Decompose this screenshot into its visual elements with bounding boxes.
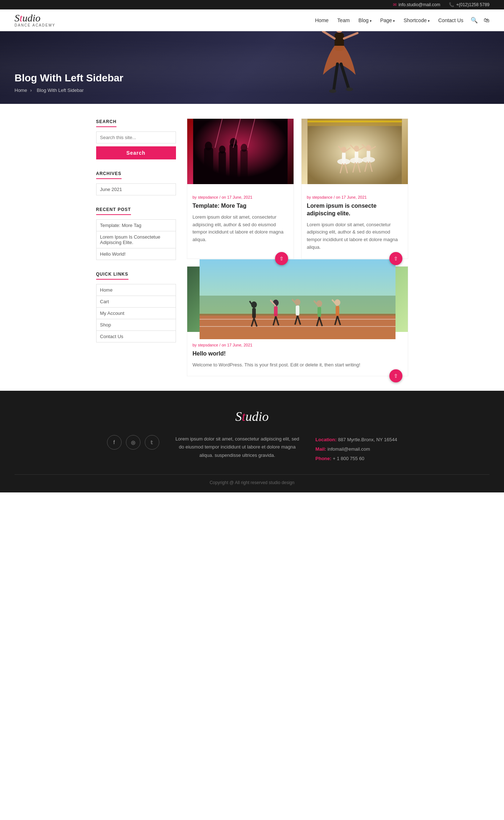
posts-area: ⇧ by stepsdance / on 17 June, 2021 Templ… (187, 118, 408, 376)
post-date-sep-3: / on (220, 343, 227, 347)
nav-icons: 🔍 🛍 (471, 17, 489, 24)
post-author-label-1: by (193, 195, 198, 199)
svg-line-4 (334, 64, 337, 89)
logo-text: Studio (15, 13, 41, 23)
nav-team[interactable]: Team (337, 17, 350, 23)
footer-mail: Mail: infomail@email.com (315, 444, 397, 454)
quicklinks-heading: QUICK LINKS (96, 272, 128, 280)
svg-point-27 (337, 159, 350, 165)
post-title-3[interactable]: Hello world! (193, 350, 402, 358)
post-author-label-3: by (193, 343, 198, 347)
mail-icon: ✉ (393, 2, 397, 7)
footer-logo-text: Studio (235, 409, 269, 424)
svg-point-11 (205, 142, 212, 150)
hero-section: Blog With Left Sidebar Home › Blog With … (0, 31, 504, 104)
recent-post-3[interactable]: Hello World! (96, 248, 176, 260)
post-author-1[interactable]: stepsdance (198, 195, 218, 199)
svg-rect-67 (317, 307, 321, 317)
location-value: 887 Myrtle.Bronx, NY 16544 (338, 437, 397, 442)
twitter-icon[interactable]: 𝕥 (145, 435, 159, 450)
svg-rect-62 (296, 305, 299, 316)
svg-point-7 (346, 88, 353, 91)
post-card-2: ⇧ by stepsdance / on 17 June, 2021 Lorem… (301, 118, 408, 259)
nav-links: Home Team Blog Page Shortcode Contact Us (315, 17, 463, 23)
nav-page[interactable]: Page (380, 17, 395, 23)
post-body-2: by stepsdance / on 17 June, 2021 Lorem i… (302, 184, 408, 259)
location-label: Location: (315, 437, 337, 442)
svg-line-2 (323, 31, 335, 38)
dancer-svg (316, 31, 363, 104)
footer-location: Location: 887 Myrtle.Bronx, NY 16544 (315, 435, 397, 444)
svg-point-0 (335, 31, 344, 33)
search-nav-icon[interactable]: 🔍 (471, 17, 478, 24)
post-body-1: by stepsdance / on 17 June, 2021 Templat… (187, 184, 294, 251)
quicklink-contact[interactable]: Contact Us (96, 331, 176, 342)
svg-rect-16 (240, 150, 247, 184)
cart-icon[interactable]: 🛍 (484, 17, 489, 24)
svg-point-17 (241, 144, 247, 152)
main-content: SEARCH Search ARCHIVES June 2021 RECENT … (89, 118, 415, 376)
recent-post-1[interactable]: Template: More Tag (96, 219, 176, 231)
post-author-3[interactable]: stepsdance (198, 343, 218, 347)
sidebar-quicklinks-section: QUICK LINKS Home Cart My Account Shop Co… (96, 271, 176, 342)
search-input[interactable] (96, 131, 176, 143)
facebook-icon[interactable]: f (107, 435, 122, 450)
post-meta-1: by stepsdance / on 17 June, 2021 (193, 195, 288, 199)
share-button-2[interactable]: ⇧ (389, 252, 402, 265)
phone-icon: 📞 (449, 2, 454, 7)
footer: Studio f ◎ 𝕥 Lorem ipsum dolor sit amet,… (0, 391, 504, 492)
svg-rect-57 (274, 306, 278, 316)
post-title-1[interactable]: Template: More Tag (193, 202, 288, 210)
hero-content: Blog With Left Sidebar Home › Blog With … (0, 50, 138, 104)
search-button[interactable]: Search (96, 146, 176, 159)
svg-point-6 (329, 89, 336, 93)
post-date-2: 17 June, 2021 (341, 195, 367, 199)
breadcrumb-home[interactable]: Home (15, 88, 27, 93)
post-date-sep-2: / on (334, 195, 341, 199)
recent-posts-list: Template: More Tag Lorem Ipsum Is Consec… (96, 219, 176, 260)
nav-shortcode[interactable]: Shortcode (403, 17, 430, 23)
phone-value: + 1 800 755 60 (333, 456, 364, 461)
navbar: Studio Dance Academy Home Team Blog Page… (0, 9, 504, 31)
svg-point-34 (350, 158, 363, 163)
svg-point-13 (219, 146, 225, 154)
phone-text: +(012)1258 5789 (456, 2, 489, 7)
phone-label: Phone: (315, 456, 331, 461)
nav-contact[interactable]: Contact Us (438, 17, 463, 23)
post-image-3 (187, 267, 408, 332)
nav-home[interactable]: Home (315, 17, 328, 23)
post-date-sep-1: / on (220, 195, 227, 199)
footer-bottom: Copyright @ All right reserved studio de… (15, 474, 489, 485)
svg-rect-14 (229, 144, 237, 184)
footer-logo: Studio (15, 409, 489, 424)
sidebar-search-section: SEARCH Search (96, 118, 176, 159)
post-author-label-2: by (307, 195, 312, 199)
instagram-icon[interactable]: ◎ (126, 435, 140, 450)
footer-contact: Location: 887 Myrtle.Bronx, NY 16544 Mai… (315, 435, 397, 463)
recent-post-2[interactable]: Lorem Ipsum Is Consectetue Adipiscing El… (96, 231, 176, 248)
svg-rect-22 (307, 119, 402, 184)
post-image-2 (302, 119, 408, 184)
copyright-text: Copyright @ All right reserved studio de… (210, 480, 295, 485)
breadcrumb: Home › Blog With Left Sidebar (15, 88, 123, 93)
site-logo[interactable]: Studio Dance Academy (15, 13, 56, 27)
post-title-2[interactable]: Lorem ipsum is consecte adipiscing elite… (307, 202, 402, 218)
nav-blog[interactable]: Blog (358, 17, 372, 23)
share-button-1[interactable]: ⇧ (275, 252, 288, 265)
hero-title: Blog With Left Sidebar (15, 72, 123, 84)
quicklink-home[interactable]: Home (96, 284, 176, 296)
post-date-3: 17 June, 2021 (227, 343, 253, 347)
post-card-3: ⇧ by stepsdance / on 17 June, 2021 Hello… (187, 266, 408, 377)
post-excerpt-3: Welcome to WordPress. This is your first… (193, 361, 402, 369)
quicklink-shop[interactable]: Shop (96, 319, 176, 331)
logo-sub: Dance Academy (15, 23, 56, 27)
post-meta-2: by stepsdance / on 17 June, 2021 (307, 195, 402, 199)
quicklink-cart[interactable]: Cart (96, 296, 176, 308)
share-button-3[interactable]: ⇧ (389, 369, 402, 382)
archives-option[interactable]: June 2021 (96, 183, 176, 195)
quicklink-myaccount[interactable]: My Account (96, 308, 176, 319)
post-excerpt-1: Lorem ipsum dolor sit amet, consectetur … (193, 214, 288, 244)
svg-rect-10 (204, 148, 213, 184)
post-author-2[interactable]: stepsdance (312, 195, 332, 199)
social-icons-row: f ◎ 𝕥 (107, 435, 159, 450)
